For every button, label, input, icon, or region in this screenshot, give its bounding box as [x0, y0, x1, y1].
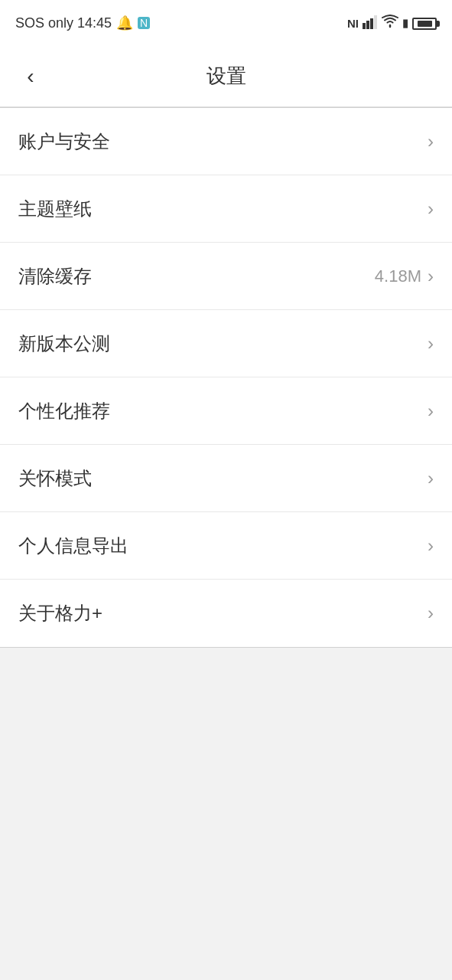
item-label-new-version-beta: 新版本公测 — [18, 332, 110, 356]
item-label-theme-wallpaper: 主题壁纸 — [18, 197, 92, 221]
nfc-icon: NI — [347, 17, 359, 30]
chevron-icon: › — [428, 468, 434, 489]
item-label-account-security: 账户与安全 — [18, 129, 110, 154]
item-right: › — [428, 131, 434, 152]
svg-rect-2 — [370, 18, 373, 29]
status-bar: SOS only 14:45 🔔 N NI ▮ — [0, 0, 452, 46]
chevron-icon: › — [428, 333, 434, 354]
cache-size-value: 4.18M — [375, 266, 421, 286]
svg-rect-0 — [363, 23, 366, 29]
item-left: 个性化推荐 — [18, 399, 110, 423]
chevron-icon: › — [428, 198, 434, 220]
chevron-icon: › — [428, 603, 434, 624]
item-left: 账户与安全 — [18, 129, 110, 154]
chevron-icon: › — [428, 535, 434, 557]
item-right: › — [428, 333, 434, 354]
settings-item-personalized-recommend[interactable]: 个性化推荐 › — [0, 377, 452, 445]
item-right: › — [428, 468, 434, 489]
battery-icon — [412, 16, 437, 30]
header: ‹ 设置 — [0, 46, 452, 107]
chevron-icon: › — [428, 266, 434, 287]
settings-item-account-security[interactable]: 账户与安全 › — [0, 108, 452, 175]
bell-icon: 🔔 — [116, 15, 133, 31]
settings-item-theme-wallpaper[interactable]: 主题壁纸 › — [0, 175, 452, 243]
settings-item-new-version-beta[interactable]: 新版本公测 › — [0, 310, 452, 377]
signal-icon — [363, 15, 378, 31]
chevron-icon: › — [428, 131, 434, 152]
settings-item-about-gree[interactable]: 关于格力+ › — [0, 580, 452, 647]
settings-item-care-mode[interactable]: 关怀模式 › — [0, 445, 452, 512]
item-right: 4.18M › — [375, 266, 434, 287]
item-label-personalized-recommend: 个性化推荐 — [18, 399, 110, 423]
item-left: 新版本公测 — [18, 332, 110, 356]
back-button[interactable]: ‹ — [15, 61, 46, 92]
status-icons: NI ▮ — [347, 15, 437, 31]
chevron-icon: › — [428, 400, 434, 422]
item-left: 关怀模式 — [18, 466, 92, 491]
empty-background — [0, 648, 452, 980]
item-left: 个人信息导出 — [18, 534, 128, 558]
item-right: › — [428, 198, 434, 220]
svg-rect-1 — [366, 21, 369, 29]
back-icon: ‹ — [27, 64, 34, 89]
page-title: 设置 — [206, 63, 246, 90]
item-label-care-mode: 关怀模式 — [18, 466, 92, 491]
item-left: 主题壁纸 — [18, 197, 92, 221]
settings-item-personal-info-export[interactable]: 个人信息导出 › — [0, 512, 452, 580]
item-label-personal-info-export: 个人信息导出 — [18, 534, 128, 558]
svg-rect-3 — [374, 15, 377, 29]
settings-list: 账户与安全 › 主题壁纸 › 清除缓存 4.18M › 新版本公测 › 个性 — [0, 108, 452, 647]
status-text: SOS only 14:45 — [15, 15, 112, 31]
item-label-about-gree: 关于格力+ — [18, 601, 102, 626]
item-left: 清除缓存 — [18, 264, 92, 289]
battery-level-icon: ▮ — [402, 17, 408, 29]
item-right: › — [428, 535, 434, 557]
item-right: › — [428, 400, 434, 422]
wifi-icon — [382, 15, 398, 31]
item-label-clear-cache: 清除缓存 — [18, 264, 92, 289]
item-right: › — [428, 603, 434, 624]
notification-icon: N — [138, 17, 150, 29]
status-left: SOS only 14:45 🔔 N — [15, 15, 150, 31]
item-left: 关于格力+ — [18, 601, 102, 626]
settings-item-clear-cache[interactable]: 清除缓存 4.18M › — [0, 243, 452, 310]
